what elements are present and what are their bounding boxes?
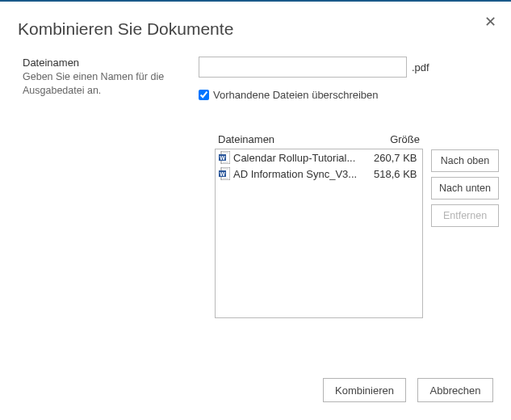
remove-button[interactable]: Entfernen xyxy=(431,204,499,227)
svg-text:W: W xyxy=(220,155,225,161)
word-doc-icon: W xyxy=(219,167,230,180)
file-listbox[interactable]: W Calendar Rollup-Tutorial... 260,7 KB W… xyxy=(215,149,423,318)
filename-row: Dateinamen Geben Sie einen Namen für die… xyxy=(18,57,493,101)
word-doc-icon: W xyxy=(219,151,230,164)
filename-hint: Geben Sie einen Namen für die Ausgabedat… xyxy=(23,70,199,98)
file-name: AD Information Sync_V3... xyxy=(233,168,369,180)
cancel-button[interactable]: Abbrechen xyxy=(417,378,493,402)
list-item[interactable]: W AD Information Sync_V3... 518,6 KB xyxy=(216,166,422,182)
combine-documents-dialog: ✕ Kombinieren Sie Dokumente Dateinamen G… xyxy=(0,2,511,420)
header-size: Größe xyxy=(390,133,420,145)
svg-text:W: W xyxy=(220,171,225,177)
overwrite-label: Vorhandene Dateien überschreiben xyxy=(213,89,379,101)
combine-button[interactable]: Kombinieren xyxy=(323,378,406,402)
move-down-button[interactable]: Nach unten xyxy=(431,177,499,200)
list-header: Dateinamen Größe xyxy=(215,133,423,149)
reorder-buttons: Nach oben Nach unten Entfernen xyxy=(431,149,499,318)
overwrite-checkbox[interactable] xyxy=(199,90,209,100)
header-filenames: Dateinamen xyxy=(218,133,274,145)
list-item[interactable]: W Calendar Rollup-Tutorial... 260,7 KB xyxy=(216,149,422,166)
filename-controls: .pdf Vorhandene Dateien überschreiben xyxy=(199,57,493,101)
move-up-button[interactable]: Nach oben xyxy=(431,149,499,172)
dialog-title: Kombinieren Sie Dokumente xyxy=(18,19,493,39)
file-name: Calendar Rollup-Tutorial... xyxy=(233,152,369,164)
file-list-area: Dateinamen Größe W Calendar Rollup-Tutor… xyxy=(215,133,493,318)
output-filename-input[interactable] xyxy=(199,57,407,78)
close-icon[interactable]: ✕ xyxy=(484,13,496,31)
overwrite-checkbox-row[interactable]: Vorhandene Dateien überschreiben xyxy=(199,89,493,101)
file-size: 518,6 KB xyxy=(369,168,419,180)
file-size: 260,7 KB xyxy=(369,152,419,164)
filename-label: Dateinamen xyxy=(23,57,199,69)
filename-labels: Dateinamen Geben Sie einen Namen für die… xyxy=(18,57,199,98)
file-extension-label: .pdf xyxy=(412,61,429,74)
dialog-footer: Kombinieren Abbrechen xyxy=(323,378,493,402)
